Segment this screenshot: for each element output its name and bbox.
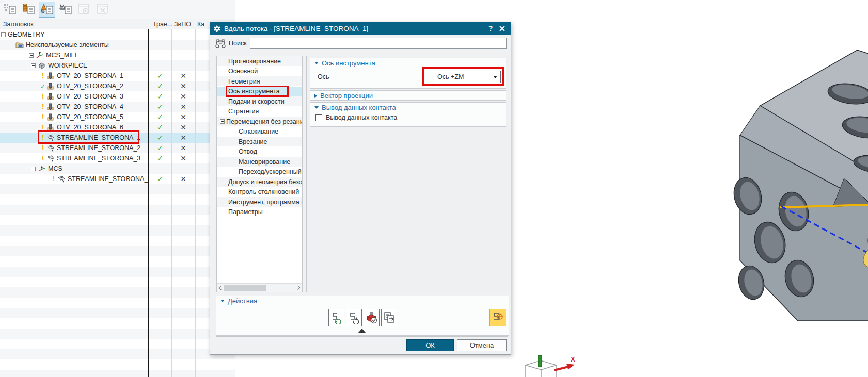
close-icon[interactable] bbox=[496, 26, 508, 31]
contact-output-group-header[interactable]: Вывод данных контакта bbox=[310, 103, 506, 112]
tree-expander-icon[interactable] bbox=[1, 32, 6, 37]
table-row[interactable]: STREAMLINE_STORONA_2 bbox=[0, 143, 235, 153]
tree-expander-icon[interactable] bbox=[31, 63, 36, 68]
column-title[interactable]: Заголовок bbox=[3, 21, 34, 28]
cancel-button[interactable]: Отмена bbox=[457, 339, 507, 351]
table-row[interactable]: WORKPIECE bbox=[0, 60, 235, 71]
column-zvpo[interactable]: ЗвПО bbox=[174, 21, 191, 28]
column-separator bbox=[195, 29, 196, 377]
table-row[interactable]: STREAMLINE_STORONA_3 bbox=[0, 153, 235, 163]
projection-vector-group-header[interactable]: Вектор проекции bbox=[310, 91, 506, 101]
node-label: MCS bbox=[48, 165, 62, 172]
table-row[interactable]: STREAMLINE_STORONA_1 bbox=[0, 133, 235, 143]
machine-tool-view-icon[interactable] bbox=[20, 2, 37, 18]
list-item-label: Подачи и скорости bbox=[228, 98, 285, 105]
list-item[interactable]: Инструмент, программа и bbox=[217, 197, 302, 207]
search-input[interactable] bbox=[250, 38, 507, 49]
status-marker-icon bbox=[40, 113, 45, 121]
node-type-icon bbox=[36, 52, 44, 59]
horizontal-scrollbar[interactable] bbox=[217, 283, 302, 292]
navigator-column-header[interactable]: Заголовок Трае... ЗвПО Ка bbox=[0, 19, 235, 29]
actions-group-header[interactable]: Действия bbox=[216, 296, 509, 306]
toolpath-ok-icon bbox=[157, 83, 164, 90]
list-item[interactable]: Врезание bbox=[217, 137, 302, 147]
group-title: Ось инструмента bbox=[322, 59, 375, 67]
list-item-label: Прогнозирование bbox=[228, 58, 281, 65]
toolpath-ok-icon bbox=[157, 145, 164, 152]
machining-method-view-icon[interactable] bbox=[57, 2, 74, 18]
dialog-settings-list: Прогнозирование Основной Геометрия bbox=[216, 56, 303, 292]
status-marker-icon bbox=[51, 175, 56, 183]
table-row[interactable]: OTV_20_STORONA_3 bbox=[0, 91, 235, 102]
streamline-dialog: Вдоль потока - [STREAMLINE_STORONA_1] ? … bbox=[210, 22, 511, 355]
status-marker-icon bbox=[40, 144, 45, 152]
geometry-view-icon[interactable] bbox=[39, 2, 55, 18]
table-row[interactable]: OTV_20_STORONA_2 bbox=[0, 81, 235, 91]
list-item-label: Инструмент, программа и bbox=[228, 199, 303, 206]
list-item-label: Врезание bbox=[239, 138, 267, 145]
node-label: GEOMETRY bbox=[8, 31, 44, 38]
table-row[interactable]: GEOMETRY bbox=[0, 29, 235, 40]
dialog-titlebar[interactable]: Вдоль потока - [STREAMLINE_STORONA_1] ? bbox=[210, 22, 511, 35]
verify-toolpath-icon[interactable] bbox=[364, 309, 380, 326]
dialog-title: Вдоль потока - [STREAMLINE_STORONA_1] bbox=[224, 25, 485, 32]
node-label: Неиспользуемые элементы bbox=[26, 41, 109, 48]
toolpath-ok-icon bbox=[157, 155, 164, 162]
column-toolpath[interactable]: Трае... bbox=[153, 21, 172, 28]
list-item[interactable]: Маневрирование bbox=[217, 157, 302, 167]
zvpo-missing-icon bbox=[180, 155, 186, 162]
table-row[interactable]: Неиспользуемые элементы bbox=[0, 40, 235, 50]
button-separator bbox=[216, 336, 508, 337]
tree-expander-icon[interactable] bbox=[31, 167, 36, 171]
contact-output-checkbox[interactable] bbox=[315, 114, 322, 121]
generate-toolpath-icon[interactable] bbox=[328, 309, 344, 326]
list-item[interactable]: Параметры bbox=[217, 207, 302, 218]
status-marker-icon bbox=[40, 103, 45, 110]
list-item[interactable]: Стратегия bbox=[217, 107, 302, 117]
list-item[interactable]: Перемещения без резани bbox=[217, 117, 302, 127]
gear-icon bbox=[213, 25, 221, 32]
dialog-collapse-arrow-icon[interactable] bbox=[358, 329, 366, 333]
node-type-icon bbox=[38, 62, 46, 70]
list-item[interactable]: Прогнозирование bbox=[217, 56, 302, 67]
tree-expander-icon[interactable] bbox=[29, 53, 34, 58]
display-toolpath-icon[interactable] bbox=[489, 309, 506, 326]
axis-label: Ось bbox=[318, 73, 329, 80]
list-item-label: Стратегия bbox=[228, 108, 259, 115]
node-label: OTV_20_STORONA_5 bbox=[57, 113, 123, 121]
tree-expander-icon[interactable] bbox=[220, 119, 225, 124]
node-label: OTV_20_STORONA_2 bbox=[57, 83, 123, 90]
table-row[interactable]: OTV_20_STORONA_5 bbox=[0, 112, 235, 122]
column-separator bbox=[148, 29, 149, 377]
table-row[interactable]: OTV_20_STORONA_4 bbox=[0, 102, 235, 112]
list-item[interactable]: Сглаживание bbox=[217, 127, 302, 137]
annotation-red-box bbox=[38, 130, 139, 144]
table-row[interactable]: MCS_MILL bbox=[0, 50, 235, 60]
list-item[interactable]: Основной bbox=[217, 67, 302, 77]
ok-button[interactable]: ОК bbox=[406, 339, 454, 351]
contact-output-group: Вывод данных контакта Вывод данных конта… bbox=[310, 102, 506, 127]
program-order-view-icon[interactable] bbox=[2, 2, 18, 18]
list-item-label: Параметры bbox=[228, 208, 263, 216]
column-ka[interactable]: Ка bbox=[197, 21, 204, 28]
table-row[interactable]: OTV_20_STORONA_1 bbox=[0, 71, 235, 81]
zvpo-missing-icon bbox=[180, 145, 186, 152]
table-row[interactable]: MCS bbox=[0, 163, 235, 174]
help-button[interactable]: ? bbox=[485, 24, 496, 32]
list-item[interactable]: Контроль столкновений bbox=[217, 187, 302, 198]
list-item[interactable]: Допуск и геометрия безо bbox=[217, 177, 302, 187]
regenerate-icon[interactable] bbox=[346, 309, 362, 326]
list-item[interactable]: Отвод bbox=[217, 147, 302, 157]
list-output-icon[interactable] bbox=[381, 309, 397, 326]
zvpo-missing-icon bbox=[180, 73, 186, 80]
scroll-right-icon[interactable] bbox=[294, 284, 302, 292]
table-row[interactable]: STREAMLINE_STORONA_5 bbox=[0, 174, 235, 184]
list-item-label: Основной bbox=[228, 68, 258, 75]
list-item[interactable]: Переход/ускоренный bbox=[217, 167, 302, 177]
zvpo-missing-icon bbox=[180, 176, 186, 183]
toolpath-ok-icon bbox=[157, 124, 164, 132]
list-item[interactable]: Ось инструмента bbox=[217, 87, 302, 97]
scrollbar-thumb[interactable] bbox=[224, 285, 266, 291]
list-item[interactable]: Подачи и скорости bbox=[217, 96, 302, 107]
list-item-label: Маневрирование bbox=[239, 158, 290, 166]
